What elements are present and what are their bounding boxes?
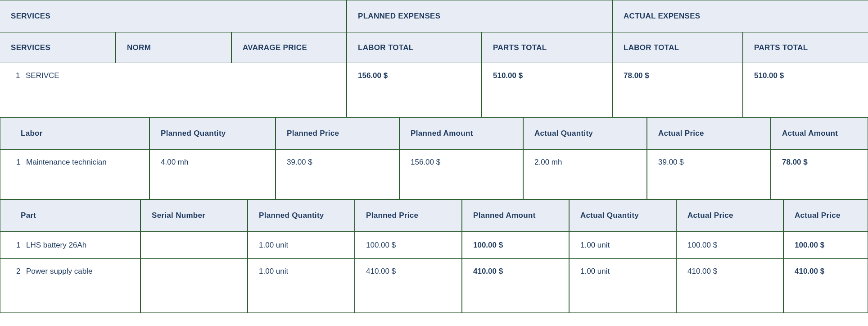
col-part-pq: Planned Quantity xyxy=(248,199,355,232)
col-part: Part xyxy=(0,199,140,232)
part-index: 1 xyxy=(16,241,26,250)
part-ap: 100.00 $ xyxy=(676,232,783,259)
col-norm: NORM xyxy=(116,32,231,63)
col-labor: Labor xyxy=(0,117,149,150)
labor-pa: 156.00 $ xyxy=(399,150,523,199)
col-actual-labor-total: LABOR TOTAL xyxy=(612,32,743,63)
col-planned-parts-total: PARTS TOTAL xyxy=(482,32,612,63)
part-row: 2 Power supply cable 1.00 unit 410.00 $ … xyxy=(0,259,868,313)
part-pq: 1.00 unit xyxy=(248,232,355,259)
parts-header: Part Serial Number Planned Quantity Plan… xyxy=(0,199,868,232)
labor-pq: 4.00 mh xyxy=(149,150,276,199)
service-actual-labor: 78.00 $ xyxy=(612,63,743,117)
col-part-ap: Actual Price xyxy=(676,199,783,232)
service-name-cell: 1 SERIVCE xyxy=(0,63,347,117)
part-sn xyxy=(140,232,248,259)
part-pq: 1.00 unit xyxy=(248,259,355,313)
part-pa: 410.00 $ xyxy=(462,259,569,313)
part-ap: 410.00 $ xyxy=(676,259,783,313)
part-pp: 100.00 $ xyxy=(355,232,462,259)
part-pa: 100.00 $ xyxy=(462,232,569,259)
labor-row: 1 Maintenance technician 4.00 mh 39.00 $… xyxy=(0,150,868,199)
part-aq: 1.00 unit xyxy=(569,259,676,313)
part-pp: 410.00 $ xyxy=(355,259,462,313)
service-planned-labor: 156.00 $ xyxy=(347,63,482,117)
col-planned-group: PLANNED EXPENSES xyxy=(347,0,612,32)
col-labor-pp: Planned Price xyxy=(276,117,399,150)
part-index: 2 xyxy=(16,267,26,276)
labor-aa: 78.00 $ xyxy=(771,150,868,199)
part-name: Power supply cable xyxy=(26,267,92,276)
col-labor-aq: Actual Quantity xyxy=(523,117,647,150)
service-row: 1 SERIVCE 156.00 $ 510.00 $ 78.00 $ 510.… xyxy=(0,63,868,117)
col-labor-ap: Actual Price xyxy=(647,117,771,150)
part-name: LHS battery 26Ah xyxy=(26,241,86,250)
part-name-cell: 1 LHS battery 26Ah xyxy=(0,232,140,259)
part-aq: 1.00 unit xyxy=(569,232,676,259)
labor-header: Labor Planned Quantity Planned Price Pla… xyxy=(0,117,868,150)
labor-name-cell: 1 Maintenance technician xyxy=(0,150,149,199)
top-sub-header: SERVICES NORM AVARAGE PRICE LABOR TOTAL … xyxy=(0,32,868,63)
part-aa: 410.00 $ xyxy=(783,259,868,313)
col-labor-pa: Planned Amount xyxy=(399,117,523,150)
col-services: SERVICES xyxy=(0,32,116,63)
col-actual-group: ACTUAL EXPENSES xyxy=(612,0,868,32)
labor-aq: 2.00 mh xyxy=(523,150,647,199)
labor-ap: 39.00 $ xyxy=(647,150,771,199)
expense-report: SERVICES PLANNED EXPENSES ACTUAL EXPENSE… xyxy=(0,0,868,313)
col-part-aq: Actual Quantity xyxy=(569,199,676,232)
col-part-pp: Planned Price xyxy=(355,199,462,232)
part-name-cell: 2 Power supply cable xyxy=(0,259,140,313)
col-actual-parts-total: PARTS TOTAL xyxy=(743,32,868,63)
col-planned-labor-total: LABOR TOTAL xyxy=(347,32,482,63)
labor-name: Maintenance technician xyxy=(26,158,107,167)
service-actual-parts: 510.00 $ xyxy=(743,63,868,117)
col-part-aa: Actual Price xyxy=(783,199,868,232)
part-sn xyxy=(140,259,248,313)
part-aa: 100.00 $ xyxy=(783,232,868,259)
col-services-group: SERVICES xyxy=(0,0,347,32)
col-avg-price: AVARAGE PRICE xyxy=(231,32,347,63)
service-index: 1 xyxy=(16,71,26,80)
col-part-sn: Serial Number xyxy=(140,199,248,232)
service-name: SERIVCE xyxy=(26,71,59,80)
part-row: 1 LHS battery 26Ah 1.00 unit 100.00 $ 10… xyxy=(0,232,868,259)
top-group-header: SERVICES PLANNED EXPENSES ACTUAL EXPENSE… xyxy=(0,0,868,32)
labor-pp: 39.00 $ xyxy=(276,150,399,199)
col-part-pa: Planned Amount xyxy=(462,199,569,232)
col-labor-pq: Planned Quantity xyxy=(149,117,276,150)
service-planned-parts: 510.00 $ xyxy=(482,63,612,117)
labor-index: 1 xyxy=(16,158,26,167)
col-labor-aa: Actual Amount xyxy=(771,117,868,150)
